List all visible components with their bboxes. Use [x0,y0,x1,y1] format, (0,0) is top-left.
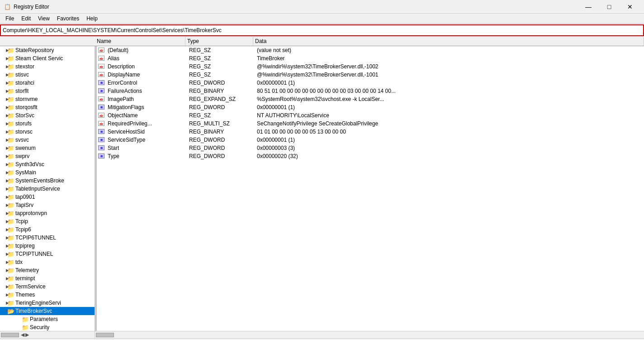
value-row-alias[interactable]: ab Alias REG_SZ TimeBroker [97,54,644,62]
value-row-imagepath[interactable]: ab ImagePath REG_EXPAND_SZ %SystemRoot%\… [97,95,644,103]
col-header-type[interactable]: Type [185,37,253,46]
expander-TCPIPTUNNEL[interactable]: ▶ [0,250,7,258]
expander-storufs[interactable]: ▶ [0,120,7,127]
col-header-name[interactable]: Name [95,37,185,46]
tree-label-stornvme: stornvme [15,96,38,102]
tree-item-Security[interactable]: 📁 Security [0,323,95,331]
tree-item-Telemetry[interactable]: ▶ 📁 Telemetry [0,266,95,274]
value-row-displayname[interactable]: ab DisplayName REG_SZ @%windir%\system32… [97,71,644,79]
value-row-errorcontrol[interactable]: ⊞ ErrorControl REG_DWORD 0x00000001 (1) [97,79,644,87]
expander-terminpt[interactable]: ▶ [0,275,7,282]
value-row-objectname[interactable]: ab ObjectName REG_SZ NT AUTHORITY\LocalS… [97,111,644,120]
tree-item-tapprotonvpn[interactable]: ▶ 📁 tapprotonvpn [0,209,95,217]
folder-icon-stisvc: 📁 [7,72,14,78]
expander-stexstor[interactable]: ▶ [0,63,7,70]
expander-Tcpip[interactable]: ▶ [0,218,7,225]
tree-item-storufs[interactable]: ▶ 📁 storufs [0,120,95,128]
tree-item-SystemEventsBrok[interactable]: ▶ 📁 SystemEventsBroke [0,177,95,185]
tree-item-storqosflt[interactable]: ▶ 📁 storqosflt [0,103,95,111]
expander-SystemEventsBrok[interactable]: ▶ [0,177,7,184]
expander-Themes[interactable]: ▶ [0,291,7,298]
folder-icon-TapiSrv: 📁 [7,202,14,209]
expander-TimeBrokerSvc[interactable]: ▼ [0,307,7,315]
expander-swenum[interactable]: ▶ [0,144,7,152]
tree-item-swprv[interactable]: ▶ 📁 swprv [0,152,95,160]
value-row-start[interactable]: ⊞ Start REG_DWORD 0x00000003 (3) [97,144,644,152]
tree-item-SysMain[interactable]: ▶ 📁 SysMain [0,168,95,177]
tree-item-TCPIP6TUNNEL[interactable]: ▶ 📁 TCPIP6TUNNEL [0,234,95,242]
expander-TabletInputService[interactable]: ▶ [0,185,7,192]
expander-swprv[interactable]: ▶ [0,153,7,160]
expander-SysMain[interactable]: ▶ [0,169,7,176]
expander-SteamClientServ[interactable]: ▶ [0,55,7,62]
expander-storflt[interactable]: ▶ [0,87,7,95]
tree-item-tdx[interactable]: ▶ 📁 tdx [0,258,95,266]
tree-item-Synth3dVsc[interactable]: ▶ 📁 Synth3dVsc [0,160,95,168]
expander-svsvc[interactable]: ▶ [0,136,7,144]
tree-item-TimeBrokerSvc[interactable]: ▼ 📂 TimeBrokerSvc [0,307,95,315]
tree-item-storvsc[interactable]: ▶ 📁 storvsc [0,128,95,136]
tree-label-TCPIPTUNNEL: TCPIPTUNNEL [15,251,53,257]
tree-item-StorSvc[interactable]: ▶ 📁 StorSvc [0,111,95,120]
value-row-mitigationflags[interactable]: ⊞ MitigationFlags REG_DWORD 0x00000001 (… [97,103,644,111]
menu-view[interactable]: View [34,14,53,23]
tree-item-Tcpip6[interactable]: ▶ 📁 Tcpip6 [0,225,95,234]
expander-tcpipreg[interactable]: ▶ [0,242,7,249]
tree-item-swenum[interactable]: ▶ 📁 swenum [0,144,95,152]
expander-TieringEngineServ[interactable]: ▶ [0,299,7,306]
tree-item-stexstor[interactable]: ▶ 📁 stexstor [0,62,95,71]
expander-tdx[interactable]: ▶ [0,259,7,266]
expander-TapiSrv[interactable]: ▶ [0,201,7,209]
tree-item-stisvc[interactable]: ▶ 📁 stisvc [0,71,95,79]
tree-item-StateRepository[interactable]: ▶ 📁 StateRepository [0,46,95,54]
close-button[interactable]: ✕ [620,0,640,14]
hscroll-thumb-left[interactable] [1,333,19,337]
tree-item-storahci[interactable]: ▶ 📁 storahci [0,79,95,87]
value-row-default[interactable]: ab (Default) REG_SZ (value not set) [97,46,644,54]
expander-stornvme[interactable]: ▶ [0,96,7,103]
value-row-servicehostsid[interactable]: ⊞ ServiceHostSid REG_BINARY 01 01 00 00 … [97,128,644,136]
expander-TermService[interactable]: ▶ [0,283,7,290]
expander-tap0901[interactable]: ▶ [0,193,7,201]
tree-item-TCPIPTUNNEL[interactable]: ▶ 📁 TCPIPTUNNEL [0,250,95,258]
value-row-servicesidtype[interactable]: ⊞ ServiceSidType REG_DWORD 0x00000001 (1… [97,136,644,144]
tree-item-terminpt[interactable]: ▶ 📁 terminpt [0,274,95,283]
tree-item-Themes[interactable]: ▶ 📁 Themes [0,291,95,299]
menu-help[interactable]: Help [83,14,101,23]
expander-Synth3dVsc[interactable]: ▶ [0,161,7,168]
tree-item-storflt[interactable]: ▶ 📁 storflt [0,87,95,95]
expander-storahci[interactable]: ▶ [0,79,7,86]
expander-storvsc[interactable]: ▶ [0,128,7,135]
expander-stisvc[interactable]: ▶ [0,71,7,78]
tree-item-Parameters[interactable]: 📁 Parameters [0,315,95,323]
tree-item-TieringEngineServ[interactable]: ▶ 📁 TieringEngineServi [0,299,95,307]
tree-item-tap0901[interactable]: ▶ 📁 tap0901 [0,193,95,201]
tree-item-TermService[interactable]: ▶ 📁 TermService [0,283,95,291]
expander-TCPIP6TUNNEL[interactable]: ▶ [0,234,7,241]
menu-favorites[interactable]: Favorites [53,14,83,23]
expander-Telemetry[interactable]: ▶ [0,267,7,274]
expander-StateRepository[interactable]: ▶ [0,47,7,54]
hscroll-thumb-right[interactable] [96,333,114,337]
tree-item-Tcpip[interactable]: ▶ 📁 Tcpip [0,217,95,225]
expander-tapprotonvpn[interactable]: ▶ [0,210,7,217]
tree-item-tcpipreg[interactable]: ▶ 📁 tcpipreg [0,242,95,250]
expander-storqosflt[interactable]: ▶ [0,104,7,111]
value-row-description[interactable]: ab Description REG_SZ @%windir%\system32… [97,62,644,71]
col-header-data[interactable]: Data [253,37,644,46]
minimize-button[interactable]: — [578,0,599,14]
tree-item-TapiSrv[interactable]: ▶ 📁 TapiSrv [0,201,95,209]
tree-item-stornvme[interactable]: ▶ 📁 stornvme [0,95,95,103]
expander-Tcpip6[interactable]: ▶ [0,226,7,233]
maximize-button[interactable]: □ [599,0,620,14]
value-row-requiredpriv[interactable]: ab RequiredPrivileg... REG_MULTI_SZ SeCh… [97,120,644,128]
menu-edit[interactable]: Edit [18,14,34,23]
expander-StorSvc[interactable]: ▶ [0,112,7,119]
tree-item-svsvc[interactable]: ▶ 📁 svsvc [0,136,95,144]
menu-file[interactable]: File [2,14,18,23]
address-input[interactable] [1,27,643,34]
value-row-type[interactable]: ⊞ Type REG_DWORD 0x00000020 (32) [97,152,644,160]
tree-item-TabletInputService[interactable]: ▶ 📁 TabletInputService [0,185,95,193]
tree-item-SteamClientServ[interactable]: ▶ 📁 Steam Client Servic [0,54,95,62]
value-row-failureactions[interactable]: ⊞ FailureActions REG_BINARY 80 51 01 00 … [97,87,644,95]
